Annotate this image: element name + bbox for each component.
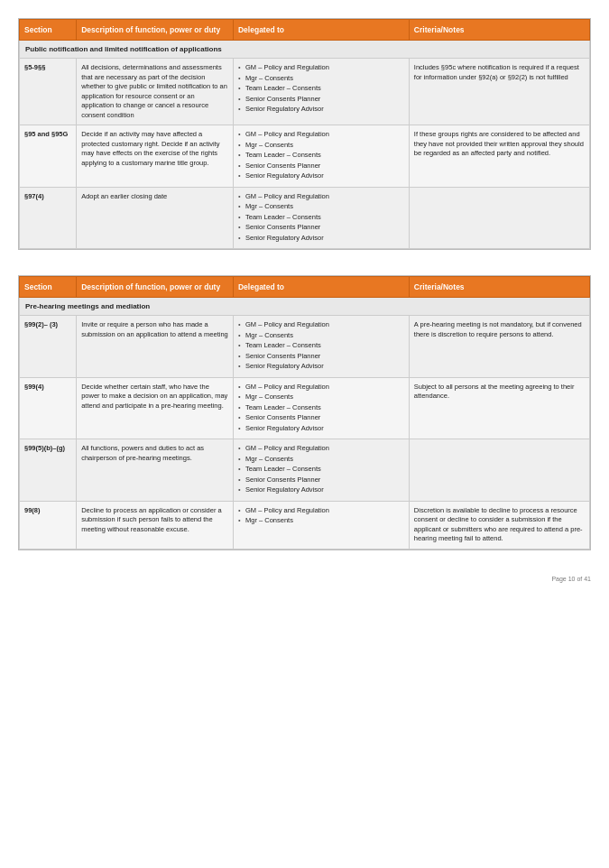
t2row2-delegated-list: GM – Policy and Regulation Mgr – Consent… <box>238 383 404 434</box>
header-criteria: Criteria/Notes <box>409 20 589 41</box>
row1-delegated-list: GM – Policy and Regulation Mgr – Consent… <box>238 63 404 115</box>
list-item: Mgr – Consents <box>238 141 404 151</box>
row2-description: Decide if an activity may have affected … <box>77 125 234 188</box>
list-item: Senior Consents Planner <box>238 413 404 423</box>
list-item: GM – Policy and Regulation <box>238 444 404 454</box>
header2-criteria: Criteria/Notes <box>409 277 589 298</box>
table2-section-header: Pre-hearing meetings and mediation <box>20 298 590 316</box>
table-row: §99(2)– (3) Invite or require a person w… <box>20 316 590 378</box>
list-item: Senior Consents Planner <box>238 476 404 485</box>
t2row2-section: §99(4) <box>20 377 77 439</box>
t2row3-description: All functions, powers and duties to act … <box>77 439 234 502</box>
list-item: Mgr – Consents <box>238 74 404 84</box>
list-item: Senior Regulatory Advisor <box>238 105 404 115</box>
row3-description: Adopt an earlier closing date <box>77 187 234 249</box>
list-item: GM – Policy and Regulation <box>238 506 404 516</box>
header-delegated: Delegated to <box>233 20 409 41</box>
header2-description: Description of function, power or duty <box>77 277 234 298</box>
list-item: Senior Regulatory Advisor <box>238 234 404 244</box>
list-item: Mgr – Consents <box>238 392 404 402</box>
page-footer: Page 10 of 41 <box>18 576 591 582</box>
table-row: §5-9§§ All decisions, determinations and… <box>20 59 590 125</box>
t2row2-description: Decide whether certain staff, who have t… <box>77 377 234 439</box>
list-item: Team Leader – Consents <box>238 465 404 475</box>
table2-wrapper: Section Description of function, power o… <box>18 275 591 550</box>
table-row: §99(5)(b)–(g) All functions, powers and … <box>20 439 590 502</box>
row3-section: §97(4) <box>20 187 77 249</box>
list-item: Senior Regulatory Advisor <box>238 424 404 434</box>
list-item: Team Leader – Consents <box>238 403 404 413</box>
t2row4-description: Decline to process an application or con… <box>77 501 234 549</box>
row1-section: §5-9§§ <box>20 59 77 125</box>
list-item: Senior Regulatory Advisor <box>238 485 404 495</box>
t2row1-delegated: GM – Policy and Regulation Mgr – Consent… <box>233 316 409 378</box>
list-item: Team Leader – Consents <box>238 213 404 223</box>
row1-criteria: Includes §95c where notification is requ… <box>409 59 589 125</box>
header2-delegated: Delegated to <box>233 277 409 298</box>
table1-header-row: Section Description of function, power o… <box>20 20 590 41</box>
row3-delegated-list: GM – Policy and Regulation Mgr – Consent… <box>238 192 404 244</box>
t2row3-delegated: GM – Policy and Regulation Mgr – Consent… <box>233 439 409 502</box>
row3-delegated: GM – Policy and Regulation Mgr – Consent… <box>233 187 409 249</box>
row2-criteria: If these groups rights are considered to… <box>409 125 589 188</box>
t2row2-criteria: Subject to all persons at the meeting ag… <box>409 377 589 439</box>
row1-description: All decisions, determinations and assess… <box>77 59 234 125</box>
list-item: GM – Policy and Regulation <box>238 192 404 202</box>
t2row1-description: Invite or require a person who has made … <box>77 316 234 378</box>
table1: Section Description of function, power o… <box>19 19 590 249</box>
list-item: Senior Regulatory Advisor <box>238 362 404 372</box>
row2-delegated: GM – Policy and Regulation Mgr – Consent… <box>233 125 409 188</box>
list-item: Mgr – Consents <box>238 331 404 341</box>
t2row4-criteria: Discretion is available to decline to pr… <box>409 501 589 549</box>
table-row: 99(8) Decline to process an application … <box>20 501 590 549</box>
header2-section: Section <box>20 277 77 298</box>
list-item: Senior Consents Planner <box>238 95 404 105</box>
table-row: §97(4) Adopt an earlier closing date GM … <box>20 187 590 249</box>
list-item: Mgr – Consents <box>238 516 404 526</box>
table1-section-header-text: Public notification and limited notifica… <box>20 41 590 59</box>
t2row3-criteria <box>409 439 589 502</box>
table1-wrapper: Section Description of function, power o… <box>18 18 591 250</box>
list-item: Team Leader – Consents <box>238 341 404 351</box>
list-item: Team Leader – Consents <box>238 84 404 94</box>
t2row1-delegated-list: GM – Policy and Regulation Mgr – Consent… <box>238 320 404 372</box>
t2row4-delegated: GM – Policy and Regulation Mgr – Consent… <box>233 501 409 549</box>
table1-section-header: Public notification and limited notifica… <box>20 41 590 59</box>
page-container: Section Description of function, power o… <box>18 18 591 582</box>
row2-section: §95 and §95G <box>20 125 77 188</box>
table2-section-header-text: Pre-hearing meetings and mediation <box>20 298 590 316</box>
list-item: Team Leader – Consents <box>238 151 404 161</box>
t2row3-section: §99(5)(b)–(g) <box>20 439 77 502</box>
list-item: Mgr – Consents <box>238 455 404 465</box>
list-item: Senior Consents Planner <box>238 352 404 362</box>
t2row3-delegated-list: GM – Policy and Regulation Mgr – Consent… <box>238 444 404 495</box>
table-row: §99(4) Decide whether certain staff, who… <box>20 377 590 439</box>
list-item: Mgr – Consents <box>238 202 404 212</box>
table2-header-row: Section Description of function, power o… <box>20 277 590 298</box>
header-section: Section <box>20 20 77 41</box>
list-item: GM – Policy and Regulation <box>238 383 404 392</box>
list-item: GM – Policy and Regulation <box>238 130 404 140</box>
row3-criteria <box>409 187 589 249</box>
page-number: Page 10 of 41 <box>551 576 591 582</box>
list-item: GM – Policy and Regulation <box>238 63 404 73</box>
table2: Section Description of function, power o… <box>19 276 590 549</box>
t2row4-section: 99(8) <box>20 501 77 549</box>
list-item: Senior Consents Planner <box>238 162 404 171</box>
table-row: §95 and §95G Decide if an activity may h… <box>20 125 590 188</box>
t2row2-delegated: GM – Policy and Regulation Mgr – Consent… <box>233 377 409 439</box>
header-description: Description of function, power or duty <box>77 20 234 41</box>
list-item: GM – Policy and Regulation <box>238 320 404 330</box>
list-item: Senior Regulatory Advisor <box>238 171 404 181</box>
row2-delegated-list: GM – Policy and Regulation Mgr – Consent… <box>238 130 404 181</box>
list-item: Senior Consents Planner <box>238 223 404 233</box>
t2row1-criteria: A pre-hearing meeting is not mandatory, … <box>409 316 589 378</box>
t2row1-section: §99(2)– (3) <box>20 316 77 378</box>
row1-delegated: GM – Policy and Regulation Mgr – Consent… <box>233 59 409 125</box>
t2row4-delegated-list: GM – Policy and Regulation Mgr – Consent… <box>238 506 404 526</box>
